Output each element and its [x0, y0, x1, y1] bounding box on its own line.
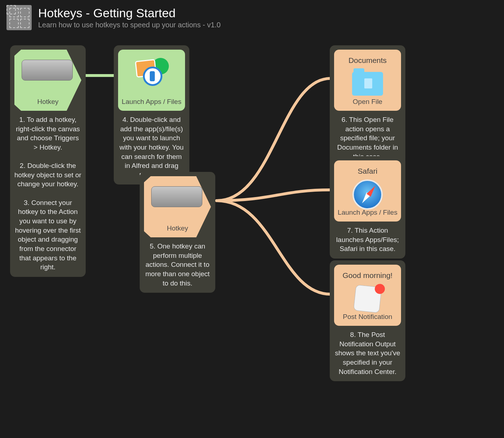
node-note: 8. The Post Notification Output shows th… — [334, 330, 401, 376]
node-launch-apps-2[interactable]: Safari Launch Apps / Files 7. This Actio… — [330, 156, 405, 259]
page-title: Hotkeys - Getting Started — [38, 6, 221, 20]
notification-tile[interactable]: Good morning! Post Notification — [334, 265, 401, 326]
tile-label: Open File — [334, 98, 401, 106]
node-open-file[interactable]: Documents Open File 6. This Open File ac… — [330, 45, 405, 166]
folder-icon — [352, 72, 383, 96]
tile-title: Safari — [334, 167, 401, 175]
workflow-canvas[interactable]: Hotkey 1. To add a hotkey, right-click t… — [0, 35, 504, 438]
tile-label: Hotkey — [14, 98, 81, 106]
launch-tile[interactable]: Launch Apps / Files — [118, 50, 185, 111]
header: Hotkeys - Getting Started Learn how to u… — [0, 0, 504, 35]
node-launch-apps-1[interactable]: Launch Apps / Files 4. Double-click and … — [114, 45, 189, 184]
apps-cluster-icon — [134, 58, 169, 87]
node-hotkey-2[interactable]: Hotkey 5. One hotkey can perform multipl… — [140, 172, 215, 293]
node-note: 5. One hotkey can perform multiple actio… — [144, 242, 211, 288]
open-file-tile[interactable]: Documents Open File — [334, 50, 401, 111]
node-note: 1. To add a hotkey, right-click the canv… — [14, 115, 81, 272]
tile-label: Launch Apps / Files — [334, 209, 401, 216]
workflow-icon — [6, 5, 32, 30]
hotkey-tile[interactable]: Hotkey — [14, 50, 81, 111]
launch-tile[interactable]: Safari Launch Apps / Files — [334, 160, 401, 222]
node-note: 4. Double-click and add the app(s)/file(… — [118, 115, 185, 179]
node-hotkey-1[interactable]: Hotkey 1. To add a hotkey, right-click t… — [10, 45, 86, 277]
hotkey-slot[interactable] — [151, 186, 202, 207]
notification-icon — [353, 284, 382, 313]
tile-label: Launch Apps / Files — [118, 98, 185, 106]
node-post-notification[interactable]: Good morning! Post Notification 8. The P… — [330, 260, 405, 381]
hotkey-slot[interactable] — [22, 60, 73, 81]
tile-label: Post Notification — [334, 313, 401, 321]
hotkey-tile[interactable]: Hotkey — [144, 176, 211, 237]
node-note: 7. This Action launches Apps/Files; Safa… — [334, 226, 401, 254]
page-subtitle: Learn how to use hotkeys to speed up you… — [38, 21, 221, 29]
tile-title: Good morning! — [334, 271, 401, 280]
tile-label: Hotkey — [144, 224, 211, 232]
tile-title: Documents — [334, 56, 401, 65]
node-note: 6. This Open File action opens a specifi… — [334, 115, 401, 161]
safari-icon — [352, 179, 383, 210]
